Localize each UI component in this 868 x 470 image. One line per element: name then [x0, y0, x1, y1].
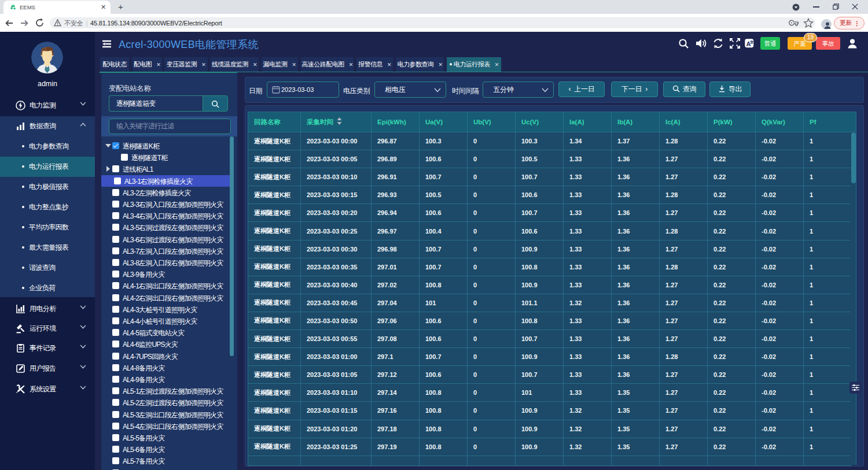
svg-text:A: A	[746, 40, 751, 47]
